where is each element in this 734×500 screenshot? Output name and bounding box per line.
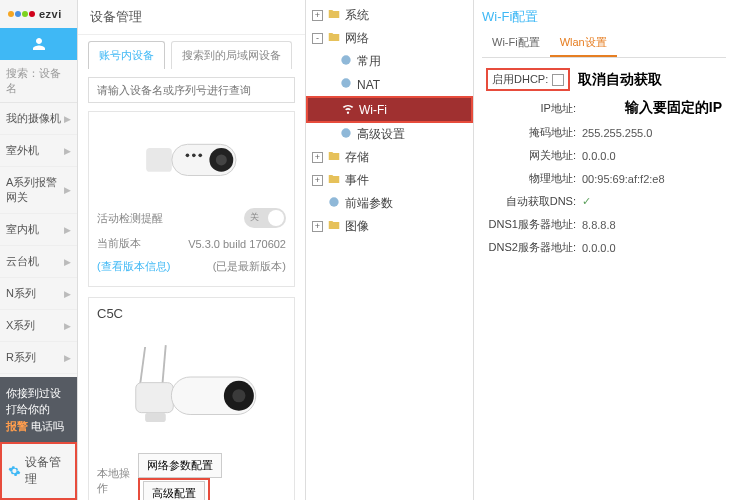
camera-image [97,325,286,443]
tree-label: 前端参数 [345,195,393,212]
tree-item-前端参数[interactable]: 前端参数 [306,192,473,215]
svg-point-16 [341,128,350,137]
sidebar-item[interactable]: A系列报警网关▶ [0,167,77,214]
subtab-wlan[interactable]: Wlan设置 [550,30,617,57]
tree-toggle-icon[interactable]: + [312,10,323,21]
folder-icon [327,7,341,24]
page-icon [339,76,353,93]
sidebar-item[interactable]: 室外机▶ [0,135,77,167]
svg-rect-13 [145,412,166,421]
svg-point-17 [329,197,338,206]
wifi-icon [341,101,355,118]
config-title: Wi-Fi配置 [482,4,726,30]
device-management-button[interactable]: 设备管理 [0,442,77,500]
logo-text: ezvi [39,8,62,20]
check-icon: ✓ [582,195,591,207]
sidebar-item[interactable]: 云台机▶ [0,246,77,278]
field-value: 0.0.0.0 [582,242,722,254]
device-panel: 设备管理 账号内设备 搜索到的局域网设备 活动检测提醒 关 当前版本 V5.3.… [78,0,306,500]
device-search-input[interactable] [88,77,295,103]
tree-item-网络[interactable]: -网络 [306,27,473,50]
search-label: 搜索：设备名 [0,60,77,103]
form-row: 掩码地址:255.255.255.0 [486,121,722,144]
field-label: 物理地址: [486,171,582,186]
form-row: IP地址:输入要固定的IP [486,95,722,121]
device-name: C5C [97,306,286,321]
field-label: 网关地址: [486,148,582,163]
config-panel: Wi-Fi配置 Wi-Fi配置 Wlan设置 启用DHCP:取消自动获取IP地址… [474,0,734,500]
logo: ezvi [0,0,77,28]
motion-label: 活动检测提醒 [97,211,163,226]
field-value: 00:95:69:af:f2:e8 [582,173,722,185]
tree-label: 系统 [345,7,369,24]
sidebar-item[interactable]: 我的摄像机▶ [0,103,77,135]
tree-toggle-icon[interactable]: + [312,175,323,186]
sidebar: ezvi 搜索：设备名 我的摄像机▶室外机▶A系列报警网关▶室内机▶云台机▶N系… [0,0,78,500]
svg-rect-9 [135,382,173,412]
view-version-link[interactable]: (查看版本信息) [97,259,170,274]
tree-toggle-icon[interactable]: + [312,221,323,232]
field-label: 掩码地址: [486,125,582,140]
advanced-config-button[interactable]: 高级配置 [143,481,205,500]
folder-icon [327,218,341,235]
tree-label: 常用 [357,53,381,70]
form-row: DNS2服务器地址:0.0.0.0 [486,236,722,259]
sidebar-item[interactable]: N系列▶ [0,278,77,310]
svg-point-3 [215,154,226,165]
field-value: 255.255.255.0 [582,127,722,139]
gear-icon [8,464,21,478]
form-row: 自动获取DNS:✓ [486,190,722,213]
tree-item-事件[interactable]: +事件 [306,169,473,192]
page-icon [327,195,341,212]
field-value: 0.0.0.0 [582,150,722,162]
version-label: 当前版本 [97,236,141,251]
annotation: 取消自动获取 [578,71,662,89]
page-icon [339,53,353,70]
tree-item-高级设置[interactable]: 高级设置 [306,123,473,146]
svg-point-6 [198,154,202,158]
tree-item-nat[interactable]: NAT [306,73,473,96]
svg-point-5 [192,154,196,158]
user-icon[interactable] [0,28,77,60]
page-icon [339,126,353,143]
tree-label: 图像 [345,218,369,235]
field-label: 自动获取DNS: [486,194,582,209]
device-card: 活动检测提醒 关 当前版本 V5.3.0 build 170602 (查看版本信… [88,111,295,287]
tree-item-常用[interactable]: 常用 [306,50,473,73]
form-row: 物理地址:00:95:69:af:f2:e8 [486,167,722,190]
tree-toggle-icon[interactable]: + [312,152,323,163]
tree-item-图像[interactable]: +图像 [306,215,473,238]
tab-account-devices[interactable]: 账号内设备 [88,41,165,69]
field-value: ✓ [582,195,722,208]
version-value: V5.3.0 build 170602 [188,238,286,250]
form-row: 启用DHCP:取消自动获取 [486,64,722,95]
form-row: DNS1服务器地址:8.8.8.8 [486,213,722,236]
field-label: DNS2服务器地址: [486,240,582,255]
svg-point-12 [232,389,245,402]
svg-rect-0 [146,148,172,172]
promo-banner: 你接到过设 打给你的 报警 电话吗 [0,377,77,443]
subtab-wifi[interactable]: Wi-Fi配置 [482,30,550,57]
tab-lan-devices[interactable]: 搜索到的局域网设备 [171,41,292,69]
tree-item-存储[interactable]: +存储 [306,146,473,169]
tree-label: 事件 [345,172,369,189]
settings-tree: +系统-网络常用NATWi-Fi高级设置+存储+事件前端参数+图像 [306,0,474,500]
tree-label: 网络 [345,30,369,47]
svg-point-4 [185,154,189,158]
tree-label: Wi-Fi [359,103,387,117]
sidebar-item[interactable]: 室内机▶ [0,214,77,246]
sidebar-item[interactable]: R系列▶ [0,342,77,374]
svg-point-15 [341,78,350,87]
sidebar-item[interactable]: X系列▶ [0,310,77,342]
motion-toggle[interactable]: 关 [244,208,286,228]
svg-point-14 [341,55,350,64]
network-config-button[interactable]: 网络参数配置 [138,453,222,478]
version-status: (已是最新版本) [213,259,286,274]
tree-toggle-icon[interactable]: - [312,33,323,44]
tree-item-系统[interactable]: +系统 [306,4,473,27]
camera-image [97,120,286,198]
folder-icon [327,172,341,189]
annotation: 输入要固定的IP [625,99,722,117]
tree-item-wi-fi[interactable]: Wi-Fi [306,96,473,123]
dhcp-checkbox[interactable] [552,74,564,86]
